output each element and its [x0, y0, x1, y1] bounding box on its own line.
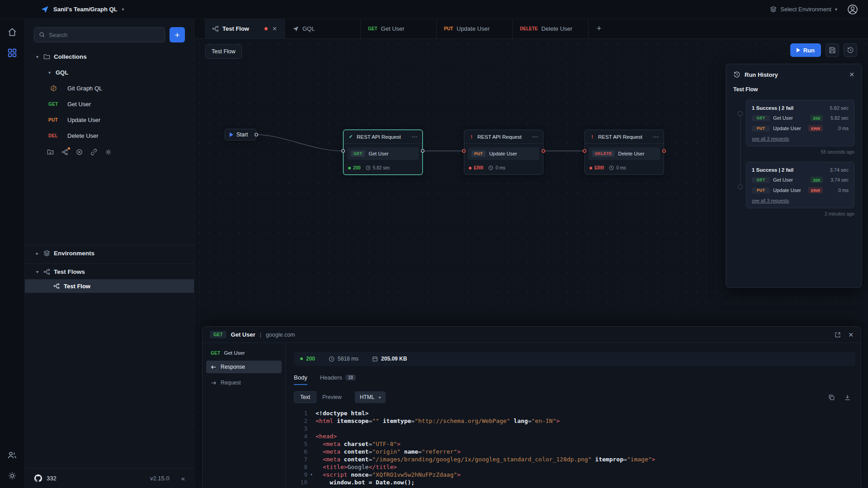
flow-node-delete-user[interactable]: ! REST API Request ⋯ DELETE Delete User …	[585, 130, 664, 175]
run-timestamp: 2 minutes ago	[746, 211, 854, 216]
run-request-row[interactable]: PUT Update User ERR 0 ms	[752, 187, 849, 193]
download-icon[interactable]	[844, 394, 851, 401]
run-request-row[interactable]: PUT Update User ERR 0 ms	[752, 125, 849, 131]
workspace-title[interactable]: Sanil's Team/Graph QL	[53, 6, 118, 13]
view-text-button[interactable]: Text	[294, 391, 316, 403]
run-timestamp: 55 seconds ago	[746, 149, 854, 155]
tab-test-flow[interactable]: Test Flow ✕	[205, 19, 285, 38]
status-code: 200	[306, 356, 315, 362]
test-flow-item-label: Test Flow	[64, 283, 90, 290]
collection-item-get-user[interactable]: GET Get User	[25, 96, 194, 112]
environment-selector[interactable]: Select Environment ▾	[770, 6, 837, 13]
request-time: 0 ms	[826, 188, 849, 193]
new-tab-button[interactable]: +	[589, 19, 609, 38]
collection-item-git-graph-ql[interactable]: Git Graph QL	[25, 80, 194, 96]
node-request[interactable]: PUT Update User	[468, 147, 539, 160]
team-users-icon[interactable]	[7, 450, 17, 460]
search-input[interactable]	[49, 32, 160, 38]
nav-item-request[interactable]: Request	[206, 376, 282, 389]
close-tab-icon[interactable]: ✕	[272, 25, 277, 32]
tab-label: Headers	[320, 374, 342, 381]
run-button[interactable]: Run	[790, 43, 821, 57]
collections-section[interactable]: ▾ Collections	[25, 49, 194, 65]
status-badge: 200	[810, 115, 823, 121]
tab-body[interactable]: Body	[294, 374, 307, 385]
collection-item-label: Get User	[67, 101, 91, 108]
folder-icon	[43, 54, 50, 60]
expand-panel-icon[interactable]	[835, 332, 841, 338]
flow-node-get-user[interactable]: ✓ REST API Request ⋯ GET Get User 200	[343, 130, 423, 175]
run-request-row[interactable]: GET Get User 200 5.82 sec	[752, 115, 849, 121]
run-history-panel: Run History ✕ Test Flow 1 Success | 2 fa…	[726, 64, 862, 288]
search-icon	[39, 32, 45, 38]
view-preview-button[interactable]: Preview	[316, 391, 348, 403]
copy-icon[interactable]	[828, 394, 835, 401]
tab-update-user[interactable]: PUT Update User	[437, 19, 513, 38]
status-dot	[348, 167, 351, 169]
flow-title-chip: Test Flow	[205, 44, 242, 59]
run-history-title: Run History	[745, 71, 778, 78]
tab-get-user[interactable]: GET Get User	[361, 19, 437, 38]
duration: 0 ms	[495, 165, 505, 170]
method-badge: DELETE	[592, 150, 614, 157]
duration: 5.82 sec	[373, 165, 390, 170]
collection-item-delete-user[interactable]: DEL Delete User	[25, 128, 194, 144]
nav-item-response[interactable]: Response	[206, 361, 282, 373]
request-name: Delete User	[618, 151, 644, 156]
tab-headers[interactable]: Headers 18	[320, 374, 356, 385]
share-icon[interactable]	[90, 149, 97, 155]
run-history-button[interactable]	[844, 43, 857, 57]
save-flow-button[interactable]	[826, 43, 839, 57]
see-all-requests-link[interactable]: see all 3 requests	[752, 136, 849, 141]
response-tabs: Body Headers 18	[294, 374, 855, 385]
request-time: 0 ms	[826, 126, 849, 131]
code-editor[interactable]: 1<!doctype html>2<html itemscope="" item…	[294, 409, 855, 488]
flow-node-update-user[interactable]: ! REST API Request ⋯ PUT Update User ERR	[464, 130, 543, 175]
method-badge: DEL	[48, 133, 65, 138]
nav-item-label: Request	[221, 380, 241, 386]
start-node[interactable]: Start	[225, 129, 256, 141]
status-badge: 200	[810, 177, 823, 183]
environments-section[interactable]: ▸ Environments	[25, 245, 194, 261]
run-card[interactable]: 1 Success | 2 fail 5.82 sec GET Get User…	[746, 100, 854, 146]
run-request-row[interactable]: GET Get User 200 3.74 sec	[752, 177, 849, 183]
tab-label: Body	[294, 374, 307, 381]
home-icon[interactable]	[7, 27, 17, 37]
tab-label: Test Flow	[222, 25, 249, 32]
collection-toolbar	[25, 145, 194, 158]
response-panel: GET Get User | google.com ✕ GET	[202, 326, 861, 488]
github-icon[interactable]	[34, 474, 42, 483]
node-menu-icon[interactable]: ⋯	[532, 133, 538, 140]
workspace-chevron-down-icon[interactable]: ▾	[122, 7, 124, 12]
flow-canvas[interactable]: Test Flow Run	[194, 39, 868, 488]
node-menu-icon[interactable]: ⋯	[411, 133, 418, 140]
node-menu-icon[interactable]: ⋯	[653, 133, 659, 140]
close-history-icon[interactable]: ✕	[849, 71, 854, 78]
error-icon: !	[590, 134, 595, 140]
clear-icon[interactable]	[76, 149, 83, 155]
see-all-requests-link[interactable]: see all 3 requests	[752, 198, 849, 203]
new-folder-icon[interactable]	[47, 149, 54, 155]
node-request[interactable]: DELETE Delete User	[589, 147, 660, 160]
method-badge: GET	[211, 351, 220, 356]
add-button[interactable]: +	[170, 27, 185, 42]
collection-item-update-user[interactable]: PUT Update User	[25, 112, 194, 128]
settings-gear-icon[interactable]	[7, 471, 17, 481]
sidebar-item-test-flow[interactable]: Test Flow	[25, 279, 194, 293]
collections-grid-icon[interactable]	[7, 48, 17, 58]
user-avatar-icon[interactable]	[847, 4, 858, 15]
tab-delete-user[interactable]: DELETE Delete User	[513, 19, 589, 38]
folder-gql[interactable]: ▾ GQL	[25, 65, 194, 80]
nav-request-entry[interactable]: GET Get User	[206, 348, 282, 357]
test-flows-section[interactable]: ▾ Test Flows	[25, 263, 194, 279]
format-select[interactable]: HTML ▾	[355, 391, 386, 403]
node-request[interactable]: GET Get User	[347, 147, 419, 160]
close-panel-icon[interactable]: ✕	[848, 331, 854, 338]
flow-branch-icon[interactable]	[61, 149, 68, 155]
tab-gql[interactable]: GQL	[285, 19, 361, 38]
collapse-sidebar-button[interactable]: «	[181, 474, 185, 482]
collection-item-label: Delete User	[67, 132, 99, 139]
collection-settings-icon[interactable]	[105, 149, 112, 155]
environment-chevron-down-icon: ▾	[835, 7, 837, 12]
run-card[interactable]: 1 Success | 2 fail 3.74 sec GET Get User…	[746, 162, 854, 208]
